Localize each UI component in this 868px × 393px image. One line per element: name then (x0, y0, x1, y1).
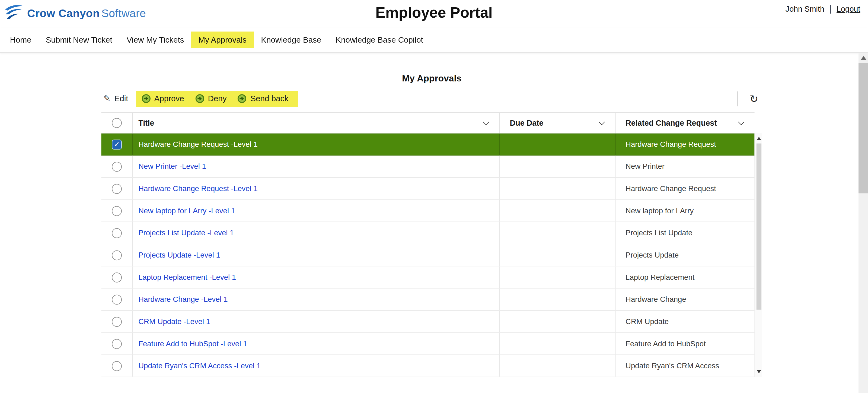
row-checkbox[interactable]: ✓ (112, 361, 122, 371)
chevron-down-icon[interactable] (738, 119, 744, 125)
logout-link[interactable]: Logout (837, 4, 860, 13)
row-checkbox-cell: ✓ (101, 222, 133, 244)
row-checkbox[interactable]: ✓ (112, 339, 122, 349)
refresh-button[interactable]: ↻ (746, 93, 762, 104)
row-checkbox[interactable]: ✓ (112, 295, 122, 304)
row-related-value: New laptop for LArry (625, 207, 693, 215)
approve-button[interactable]: Approve (142, 94, 184, 103)
approvals-table: ✓ Title Due Date Related Change Request … (101, 112, 762, 377)
top-header: Crow CanyonSoftware Employee Portal John… (0, 0, 868, 28)
nav-item-my-approvals[interactable]: My Approvals (191, 31, 254, 48)
row-checkbox-cell: ✓ (101, 200, 133, 222)
row-related-cell: Projects List Update (616, 222, 754, 244)
row-due-date (500, 311, 616, 332)
row-checkbox[interactable]: ✓ (112, 250, 122, 260)
row-title-link[interactable]: CRM Update -Level 1 (138, 317, 210, 326)
row-checkbox-cell: ✓ (101, 333, 133, 355)
nav-item-view-my-tickets[interactable]: View My Tickets (119, 31, 191, 48)
deny-button[interactable]: Deny (195, 94, 227, 103)
row-title-link[interactable]: Projects Update -Level 1 (138, 251, 220, 259)
table-row[interactable]: ✓ Projects Update -Level 1 Projects Upda… (101, 244, 754, 267)
column-header-due-date-label: Due Date (510, 119, 544, 127)
edit-button[interactable]: ✎ Edit (104, 94, 128, 104)
employee-portal-page: Crow CanyonSoftware Employee Portal John… (0, 0, 868, 393)
row-title-link[interactable]: Hardware Change Request -Level 1 (138, 140, 258, 148)
approval-actions-highlight: Approve Deny Send back (136, 91, 298, 107)
row-due-date (500, 200, 616, 222)
table-row[interactable]: ✓ Laptop Replacement -Level 1 Laptop Rep… (101, 267, 754, 289)
row-checkbox[interactable]: ✓ (112, 272, 122, 282)
send-back-label: Send back (250, 94, 288, 103)
row-title-link[interactable]: Feature Add to HubSpot -Level 1 (138, 339, 247, 348)
row-title-link[interactable]: Update Ryan's CRM Access -Level 1 (138, 362, 261, 370)
row-title-link[interactable]: Hardware Change -Level 1 (138, 295, 227, 304)
row-checkbox[interactable]: ✓ (112, 206, 122, 216)
select-all-checkbox[interactable]: ✓ (112, 118, 122, 128)
toolbar-divider (737, 91, 737, 106)
table-row[interactable]: ✓ CRM Update -Level 1 CRM Update (101, 311, 754, 333)
nav-item-home[interactable]: Home (3, 31, 38, 48)
row-checkbox[interactable]: ✓ (112, 228, 122, 238)
table-scrollbar[interactable] (755, 133, 763, 377)
table-row[interactable]: ✓ Projects List Update -Level 1 Projects… (101, 222, 754, 244)
table-body: ✓ Hardware Change Request -Level 1 Hardw… (101, 133, 754, 377)
user-area: John Smith | Logout (785, 4, 860, 14)
nav-item-label: Submit New Ticket (46, 35, 112, 44)
row-title-link[interactable]: Projects List Update -Level 1 (138, 229, 234, 237)
send-back-icon (238, 94, 247, 103)
column-header-due-date[interactable]: Due Date (500, 113, 616, 133)
user-separator: | (829, 4, 831, 14)
row-title-link[interactable]: Laptop Replacement -Level 1 (138, 273, 236, 281)
nav-item-label: My Approvals (198, 35, 247, 44)
row-related-value: Projects Update (625, 251, 679, 259)
row-due-date (500, 155, 616, 177)
send-back-button[interactable]: Send back (238, 94, 288, 103)
table-row[interactable]: ✓ Feature Add to HubSpot -Level 1 Featur… (101, 333, 754, 355)
table-row[interactable]: ✓ New laptop for LArry -Level 1 New lapt… (101, 200, 754, 222)
row-related-cell: New laptop for LArry (616, 200, 754, 222)
row-title-link[interactable]: New laptop for LArry -Level 1 (138, 207, 235, 215)
row-title-cell: CRM Update -Level 1 (133, 311, 500, 332)
table-row[interactable]: ✓ Hardware Change -Level 1 Hardware Chan… (101, 289, 754, 311)
user-name: John Smith (785, 4, 824, 13)
table-row[interactable]: ✓ Update Ryan's CRM Access -Level 1 Upda… (101, 355, 754, 377)
row-related-cell: Update Ryan's CRM Access (616, 355, 754, 377)
row-related-cell: New Printer (616, 155, 754, 177)
table-row[interactable]: ✓ Hardware Change Request -Level 1 Hardw… (101, 178, 754, 200)
page-scrollbar[interactable] (859, 53, 868, 393)
table-row[interactable]: ✓ New Printer -Level 1 New Printer (101, 155, 754, 178)
scroll-down-icon[interactable] (756, 370, 761, 373)
table-scrollbar-thumb[interactable] (756, 144, 761, 310)
row-checkbox[interactable]: ✓ (112, 184, 122, 194)
row-due-date (500, 244, 616, 266)
row-checkbox[interactable]: ✓ (112, 139, 122, 149)
refresh-icon: ↻ (749, 93, 758, 104)
row-related-value: CRM Update (625, 317, 669, 326)
page-scrollbar-thumb[interactable] (859, 63, 868, 193)
row-checkbox-cell: ✓ (101, 289, 133, 310)
row-title-link[interactable]: New Printer -Level 1 (138, 162, 206, 171)
row-checkbox-cell: ✓ (101, 244, 133, 266)
column-header-title[interactable]: Title (133, 113, 500, 133)
nav-item-label: Knowledge Base Copilot (336, 35, 423, 44)
chevron-down-icon[interactable] (599, 119, 605, 125)
chevron-down-icon[interactable] (483, 119, 489, 125)
nav-item-knowledge-base[interactable]: Knowledge Base (254, 31, 329, 48)
row-checkbox[interactable]: ✓ (112, 316, 122, 327)
row-related-value: Laptop Replacement (625, 273, 694, 281)
column-header-title-label: Title (138, 119, 154, 127)
row-related-cell: Hardware Change Request (616, 178, 754, 200)
nav-item-knowledge-base-copilot[interactable]: Knowledge Base Copilot (329, 31, 431, 48)
nav-item-submit-new-ticket[interactable]: Submit New Ticket (38, 31, 119, 48)
row-title-link[interactable]: Hardware Change Request -Level 1 (138, 185, 258, 193)
nav-item-label: View My Tickets (127, 35, 184, 44)
toolbar: ✎ Edit Approve (101, 90, 762, 108)
column-header-related-change-request[interactable]: Related Change Request (616, 113, 754, 133)
table-row[interactable]: ✓ Hardware Change Request -Level 1 Hardw… (101, 133, 754, 156)
row-related-cell: Feature Add to HubSpot (616, 333, 754, 355)
row-checkbox[interactable]: ✓ (112, 161, 122, 172)
row-title-cell: Hardware Change -Level 1 (133, 289, 500, 310)
scroll-up-icon[interactable] (756, 137, 761, 140)
row-related-value: New Printer (625, 162, 664, 171)
page-scroll-up-icon[interactable] (860, 56, 866, 60)
